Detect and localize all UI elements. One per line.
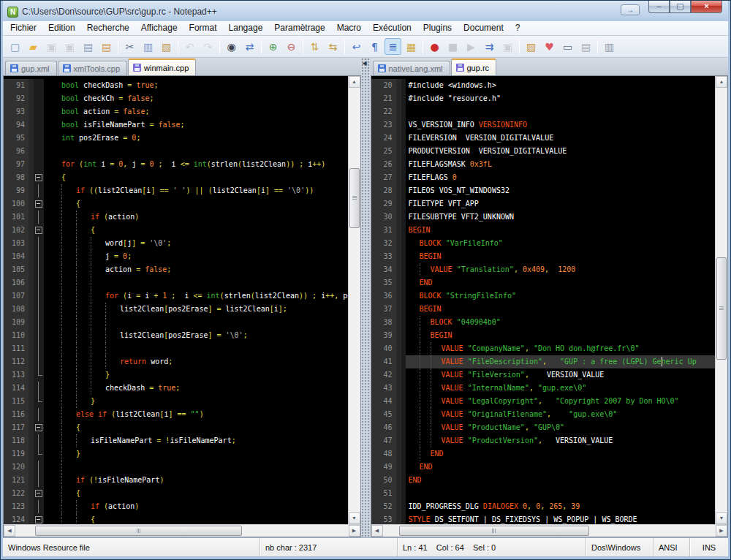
tab-gup.xml[interactable]: gup.xml [5, 61, 57, 75]
code-text[interactable]: END [406, 474, 716, 487]
right-horizontal-scrollbar[interactable]: ◀ ▶ [371, 524, 728, 537]
fold-toggle-icon[interactable] [34, 171, 44, 184]
scroll-left-icon[interactable]: ◀ [371, 525, 383, 537]
scroll-thumb[interactable] [349, 168, 360, 227]
code-text[interactable]: bool checkCh = false; [44, 92, 348, 105]
fold-toggle-icon[interactable] [34, 513, 44, 524]
code-text[interactable]: { [44, 224, 348, 237]
plugin-heart-icon[interactable]: ♥ [541, 38, 558, 55]
code-text[interactable]: else if (list2Clean[i] == "") [44, 408, 348, 421]
fold-toggle-icon[interactable] [34, 487, 44, 500]
left-horizontal-scrollbar[interactable]: ◀ ▶ [4, 524, 360, 537]
code-text[interactable]: VALUE "InternalName", "gup.exe\0" [406, 382, 716, 395]
code-text[interactable]: list2Clean[pos2Erase] = list2Clean[i]; [44, 303, 348, 316]
menu-item-document[interactable]: Document [458, 21, 510, 35]
stop-recording-icon[interactable]: ■ [444, 38, 461, 55]
menu-item-edition[interactable]: Edition [42, 21, 81, 35]
playback-icon[interactable]: ▶ [463, 38, 480, 55]
replace-icon[interactable]: ⇄ [241, 38, 258, 55]
title-bar[interactable]: N C:\Users\Don\source\GUP\src\gup.rc - N… [3, 1, 728, 21]
code-text[interactable]: FILESUBTYPE VFT2_UNKNOWN [406, 211, 716, 224]
word-wrap-icon[interactable]: ↩ [348, 38, 365, 55]
cut-icon[interactable]: ✂ [121, 38, 138, 55]
code-text[interactable]: BEGIN [406, 303, 716, 316]
left-vertical-scrollbar[interactable]: ▲ ▼ [348, 76, 360, 524]
code-text[interactable]: PRODUCTVERSION VERSION_DIGITALVALUE [406, 145, 716, 158]
menu-item-langage[interactable]: Langage [223, 21, 269, 35]
code-text[interactable]: for (i = i + 1 ; i <= int(strlen(list2Cl… [44, 290, 348, 303]
scroll-thumb[interactable] [35, 526, 241, 536]
code-text[interactable]: } [44, 395, 348, 408]
sync-vertical-icon[interactable]: ⇅ [306, 38, 323, 55]
menu-item-macro[interactable]: Macro [331, 21, 367, 35]
fold-toggle-icon[interactable] [34, 421, 44, 434]
scroll-up-icon[interactable]: ▲ [349, 76, 360, 88]
code-text[interactable]: list2Clean[pos2Erase] = '\0'; [44, 329, 348, 342]
code-text[interactable]: bool checkDash = true; [44, 79, 348, 92]
copy-icon[interactable]: ▥ [140, 38, 156, 55]
code-text[interactable]: } [44, 447, 348, 461]
minimize-button[interactable]: – [648, 1, 670, 13]
code-text[interactable]: VALUE "FileVersion", VERSION_VALUE [406, 368, 716, 382]
code-text[interactable]: for (int i = 0, j = 0 ; i <= int(strlen(… [44, 158, 348, 171]
code-text[interactable] [406, 105, 716, 118]
find-icon[interactable]: ◉ [223, 38, 240, 55]
code-text[interactable]: FILETYPE VFT_APP [406, 197, 716, 211]
tab-gup.rc[interactable]: gup.rc [451, 58, 497, 75]
code-text[interactable]: VALUE "Translation", 0x409, 1200 [406, 263, 716, 276]
undo-icon[interactable]: ↶ [181, 38, 198, 55]
code-text[interactable]: if (!isFileNamePart) [44, 474, 348, 487]
doc-map-icon[interactable]: ▤ [577, 38, 594, 55]
code-text[interactable]: #include "resource.h" [406, 92, 716, 105]
code-text[interactable] [44, 145, 348, 158]
zoom-out-icon[interactable]: ⊖ [283, 38, 300, 55]
tray-arrow-icon[interactable]: → [621, 4, 640, 15]
code-text[interactable]: FILEFLAGS 0 [406, 171, 716, 184]
menu-item-recherche[interactable]: Recherche [81, 21, 135, 35]
code-text[interactable]: bool action = false; [44, 105, 348, 118]
console-icon[interactable]: ▭ [559, 38, 576, 55]
scroll-right-icon[interactable]: ▶ [349, 525, 360, 537]
print-preview-icon[interactable]: ▥ [601, 38, 618, 55]
code-text[interactable]: BEGIN [406, 250, 716, 263]
scroll-down-icon[interactable]: ▼ [349, 512, 360, 524]
save-icon[interactable]: ▣ [43, 38, 60, 55]
close-button[interactable]: × [691, 1, 722, 13]
open-file-icon[interactable]: ▰ [25, 38, 42, 55]
code-text[interactable]: BLOCK "040904b0" [406, 316, 716, 329]
code-text[interactable]: END [406, 461, 716, 474]
print-now-icon[interactable]: ▤ [98, 38, 115, 55]
code-text[interactable]: { [44, 513, 348, 524]
left-editor[interactable]: 91bool checkDash = true;92bool checkCh =… [4, 76, 348, 524]
splitter-collapse-icon[interactable]: ◀ [363, 60, 367, 67]
scroll-thumb[interactable] [716, 257, 727, 359]
code-text[interactable] [44, 342, 348, 355]
user-define-dialog-icon[interactable]: ▦ [403, 38, 420, 55]
code-text[interactable]: word[j] = '\0'; [44, 237, 348, 250]
scroll-right-icon[interactable]: ▶ [716, 525, 727, 537]
code-text[interactable]: if (action) [44, 211, 348, 224]
scroll-left-icon[interactable]: ◀ [4, 525, 15, 537]
show-indent-guide-icon[interactable]: ≣ [385, 38, 401, 55]
fold-toggle-icon[interactable] [34, 224, 44, 237]
code-text[interactable]: FILEVERSION VERSION_DIGITALVALUE [406, 132, 716, 145]
menu-item-affichage[interactable]: Affichage [135, 21, 183, 35]
scroll-down-icon[interactable]: ▼ [716, 512, 727, 524]
scroll-up-icon[interactable]: ▲ [716, 76, 727, 88]
print-icon[interactable]: ▤ [80, 38, 96, 55]
code-text[interactable]: BEGIN [406, 224, 716, 237]
code-text[interactable]: { [44, 171, 348, 184]
code-text[interactable]: VALUE "OriginalFilename", "gup.exe\0" [406, 408, 716, 421]
code-text[interactable]: if (action) [44, 500, 348, 513]
code-text[interactable] [44, 276, 348, 290]
menu-item-plugins[interactable]: Plugins [417, 21, 458, 35]
new-file-icon[interactable]: ▢ [7, 38, 23, 55]
code-text[interactable]: END [406, 447, 716, 461]
save-macro-icon[interactable]: ▣ [499, 38, 516, 55]
start-recording-icon[interactable]: ● [426, 38, 443, 55]
right-vertical-scrollbar[interactable]: ▲ ▼ [715, 76, 727, 524]
code-text[interactable]: BEGIN [406, 329, 716, 342]
tab-nativeLang.xml[interactable]: nativeLang.xml [373, 61, 450, 75]
menu-item-paramtrage[interactable]: Paramètrage [268, 21, 330, 35]
code-text[interactable]: FILEFLAGSMASK 0x3fL [406, 158, 716, 171]
